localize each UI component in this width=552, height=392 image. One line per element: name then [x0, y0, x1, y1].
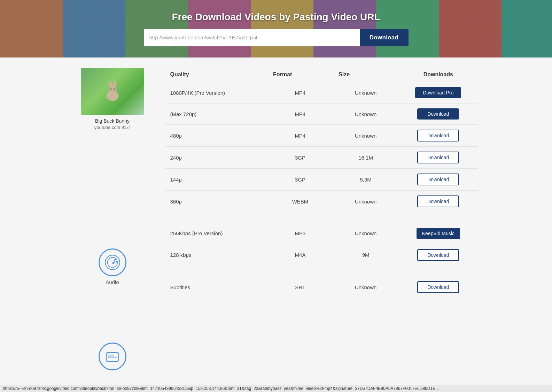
- cell-format: 3GP: [267, 169, 333, 191]
- svg-rect-15: [106, 352, 118, 361]
- cell-download: Download Pro: [398, 82, 478, 103]
- cell-quality: (Max 720p): [165, 103, 268, 125]
- video-meta: youtube.com 9:57: [94, 125, 130, 130]
- cell-format: WEBM: [267, 191, 333, 213]
- header-format: Format: [267, 68, 333, 82]
- table-panel: Quality Format Size Downloads 1080P/4K (…: [165, 68, 478, 298]
- cell-quality: 240p: [165, 147, 268, 169]
- cell-size: 9M: [333, 244, 398, 266]
- downloads-table: Quality Format Size Downloads 1080P/4K (…: [165, 68, 478, 298]
- cell-size: Unknown: [333, 125, 398, 147]
- table-row: 1080P/4K (Pro Version) MP4 Unknown Downl…: [165, 82, 478, 103]
- table-row: (Max 720p) MP4 Unknown Download: [165, 103, 478, 125]
- svg-point-13: [112, 262, 114, 264]
- left-panel: Big Buck Bunny youtube.com 9:57: [74, 68, 151, 373]
- svg-point-8: [111, 90, 113, 91]
- audio-icon-circle: [99, 248, 126, 276]
- cell-format: MP4: [267, 82, 333, 103]
- cell-quality: 360p: [165, 191, 268, 213]
- cell-download: Download: [398, 125, 478, 147]
- header-quality: Quality: [165, 68, 268, 82]
- table-row: 480p MP4 Unknown Download: [165, 125, 478, 147]
- cell-format: MP3: [267, 223, 333, 244]
- audio-label: Audio: [106, 279, 119, 285]
- cell-download: KeepVid Music: [398, 223, 478, 244]
- audio-download-button-0[interactable]: KeepVid Music: [417, 228, 460, 239]
- download-button-4[interactable]: Download: [417, 174, 459, 185]
- cell-format: M4A: [267, 244, 333, 266]
- cell-quality: 128 kbps: [165, 244, 268, 266]
- cell-download: Download: [398, 103, 478, 125]
- audio-rows-body: 256Kbps (Pro Version) MP3 Unknown KeepVi…: [165, 212, 478, 266]
- cell-size: Unknown: [333, 103, 398, 125]
- content-area: Big Buck Bunny youtube.com 9:57: [74, 68, 478, 373]
- download-button-1[interactable]: Download: [417, 108, 459, 120]
- table-row: 256Kbps (Pro Version) MP3 Unknown KeepVi…: [165, 223, 478, 244]
- cell-format: 3GP: [267, 147, 333, 169]
- audio-section-icon: Audio: [74, 248, 151, 285]
- cell-size: 5.9M: [333, 169, 398, 191]
- audio-section-divider: [165, 212, 478, 223]
- cell-download: Download: [398, 191, 478, 213]
- svg-line-12: [114, 259, 116, 260]
- audio-download-button-1[interactable]: Download: [417, 249, 459, 261]
- cell-size: 16.1M: [333, 147, 398, 169]
- cell-download: Download: [398, 244, 478, 266]
- main-content: Big Buck Bunny youtube.com 9:57: [67, 68, 485, 373]
- cell-download: Download: [398, 147, 478, 169]
- video-rows-body: 1080P/4K (Pro Version) MP4 Unknown Downl…: [165, 82, 478, 213]
- subtitle-rows-body: Subtitles SRT Unknown Download: [165, 266, 478, 298]
- hero-banner: Free Download Videos by Pasting Video UR…: [0, 0, 552, 57]
- video-title: Big Buck Bunny: [95, 118, 130, 125]
- header-size: Size: [333, 68, 398, 82]
- cell-quality: Subtitles: [165, 276, 268, 298]
- cell-format: MP4: [267, 125, 333, 147]
- video-thumbnail: [81, 68, 144, 115]
- audio-icon: [104, 254, 121, 271]
- hero-download-button[interactable]: Download: [360, 29, 409, 46]
- cell-size: Unknown: [333, 223, 398, 244]
- svg-point-7: [113, 88, 115, 90]
- video-info-section: Big Buck Bunny youtube.com 9:57: [74, 68, 151, 130]
- table-row: 128 kbps M4A 9M Download: [165, 244, 478, 266]
- subtitle-icon-circle: [99, 343, 126, 370]
- bunny-image: [99, 78, 126, 106]
- cell-size: Unknown: [333, 82, 398, 103]
- cell-quality: 144p: [165, 169, 268, 191]
- cell-quality: 256Kbps (Pro Version): [165, 223, 268, 244]
- svg-point-14: [115, 261, 117, 262]
- download-button-0[interactable]: Download Pro: [415, 87, 461, 98]
- svg-point-6: [110, 88, 111, 90]
- subtitle-icon: [104, 348, 121, 365]
- cell-download: Download: [398, 276, 478, 298]
- download-button-3[interactable]: Download: [417, 152, 459, 163]
- table-row: Subtitles SRT Unknown Download: [165, 276, 478, 298]
- cell-format: MP4: [267, 103, 333, 125]
- hero-title: Free Download Videos by Pasting Video UR…: [172, 11, 380, 23]
- cell-size: Unknown: [333, 191, 398, 213]
- header-downloads: Downloads: [398, 68, 478, 82]
- table-row: 360p WEBM Unknown Download: [165, 191, 478, 213]
- hero-search-row: Download: [144, 29, 409, 46]
- table-header-row: Quality Format Size Downloads: [165, 68, 478, 82]
- cell-download: Download: [398, 169, 478, 191]
- url-input[interactable]: [144, 29, 360, 46]
- subtitle-section-icon: [74, 343, 151, 373]
- cell-quality: 1080P/4K (Pro Version): [165, 82, 268, 103]
- subtitle-download-button-0[interactable]: Download: [417, 281, 459, 293]
- cell-format: SRT: [267, 276, 333, 298]
- table-row: 144p 3GP 5.9M Download: [165, 169, 478, 191]
- download-button-5[interactable]: Download: [417, 195, 459, 207]
- table-row: 240p 3GP 16.1M Download: [165, 147, 478, 169]
- download-button-2[interactable]: Download: [417, 130, 459, 141]
- cell-size: Unknown: [333, 276, 398, 298]
- cell-quality: 480p: [165, 125, 268, 147]
- subtitle-section-divider: [165, 266, 478, 276]
